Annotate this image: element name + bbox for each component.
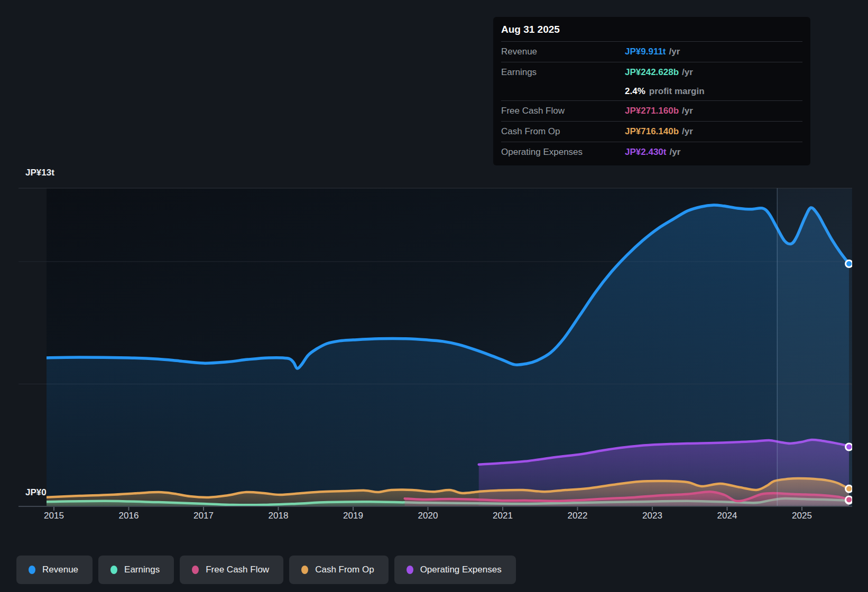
ttm-highlight-band bbox=[777, 188, 852, 506]
x-tick-label: 2022 bbox=[559, 511, 596, 521]
legend-item-cash-from-op[interactable]: Cash From Op bbox=[289, 556, 388, 584]
tooltip-label: Free Cash Flow bbox=[501, 106, 625, 116]
tooltip-suffix: /yr bbox=[669, 147, 680, 158]
tooltip-row-earnings: Earnings JP¥242.628b /yr bbox=[501, 62, 802, 82]
tooltip-suffix: /yr bbox=[682, 67, 693, 78]
y-axis-zero-label: JP¥0 bbox=[25, 487, 47, 498]
legend-item-operating-expenses[interactable]: Operating Expenses bbox=[394, 556, 516, 584]
profit-margin-text: profit margin bbox=[649, 86, 705, 97]
legend-item-free-cash-flow[interactable]: Free Cash Flow bbox=[180, 556, 283, 584]
x-tick-label: 2025 bbox=[783, 511, 820, 521]
x-tick-label: 2020 bbox=[410, 511, 447, 521]
x-tick-label: 2017 bbox=[185, 511, 222, 521]
x-tick-label: 2019 bbox=[335, 511, 372, 521]
legend-dot-icon bbox=[407, 566, 413, 574]
endpoint-marker-cash_ops[interactable] bbox=[846, 485, 853, 492]
tooltip-value: JP¥2.430t bbox=[625, 147, 666, 158]
tooltip-value: JP¥242.628b bbox=[625, 67, 679, 78]
x-tick-label: 2021 bbox=[484, 511, 521, 521]
x-tick-label: 2018 bbox=[260, 511, 297, 521]
tooltip-row-free-cash-flow: Free Cash Flow JP¥271.160b /yr bbox=[501, 100, 802, 121]
chart-page: JP¥13t JP¥0 2015201620172018201920202021… bbox=[0, 0, 868, 592]
tooltip-suffix: /yr bbox=[682, 106, 693, 116]
endpoint-marker-opex[interactable] bbox=[846, 443, 853, 450]
tooltip-value: JP¥716.140b bbox=[625, 126, 679, 137]
legend-dot-icon bbox=[29, 566, 35, 574]
legend-label: Operating Expenses bbox=[420, 565, 502, 575]
legend-dot-icon bbox=[110, 566, 117, 574]
y-axis-max-label: JP¥13t bbox=[25, 168, 54, 178]
x-tick-label: 2024 bbox=[709, 511, 746, 521]
chart-legend: RevenueEarningsFree Cash FlowCash From O… bbox=[16, 556, 516, 584]
legend-item-earnings[interactable]: Earnings bbox=[98, 556, 174, 584]
legend-item-revenue[interactable]: Revenue bbox=[16, 556, 93, 584]
tooltip-row-profit-margin: 2.4% profit margin bbox=[501, 82, 802, 100]
tooltip-row-revenue: Revenue JP¥9.911t /yr bbox=[501, 41, 802, 62]
x-tick-label: 2015 bbox=[35, 511, 72, 521]
legend-label: Free Cash Flow bbox=[206, 565, 269, 575]
x-tick-label: 2016 bbox=[110, 511, 147, 521]
tooltip-label: Cash From Op bbox=[501, 126, 625, 137]
tooltip-label: Operating Expenses bbox=[501, 147, 625, 158]
x-tick-label: 2023 bbox=[634, 511, 671, 521]
legend-label: Revenue bbox=[42, 565, 78, 575]
tooltip-suffix: /yr bbox=[669, 47, 680, 57]
tooltip-label: Revenue bbox=[501, 47, 625, 57]
tooltip-row-cash-from-op: Cash From Op JP¥716.140b /yr bbox=[501, 121, 802, 142]
legend-label: Earnings bbox=[124, 565, 160, 575]
tooltip-label: Earnings bbox=[501, 67, 625, 78]
tooltip-value: JP¥271.160b bbox=[625, 106, 679, 116]
chart-tooltip: Aug 31 2025 Revenue JP¥9.911t /yr Earnin… bbox=[493, 17, 810, 165]
tooltip-date: Aug 31 2025 bbox=[501, 17, 802, 41]
endpoint-marker-revenue[interactable] bbox=[846, 261, 853, 267]
tooltip-suffix: /yr bbox=[682, 126, 693, 137]
profit-margin-value: 2.4% bbox=[625, 86, 645, 97]
tooltip-row-operating-expenses: Operating Expenses JP¥2.430t /yr bbox=[501, 142, 802, 162]
legend-label: Cash From Op bbox=[315, 565, 374, 575]
tooltip-value: JP¥9.911t bbox=[625, 47, 666, 57]
legend-dot-icon bbox=[301, 566, 308, 574]
legend-dot-icon bbox=[192, 566, 199, 574]
endpoint-marker-fcf[interactable] bbox=[846, 496, 853, 503]
